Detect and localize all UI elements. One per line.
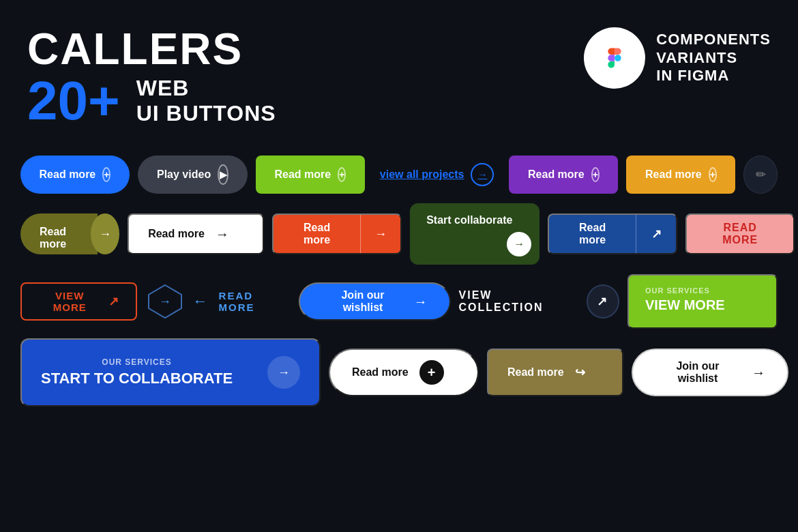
arrow-right-icon-3: → (361, 227, 400, 241)
start-collaborate-services-button[interactable]: OUR SERVICES START TO COLLABORATE → (20, 338, 321, 407)
start-collaborate-main-label: START TO COLLABORATE (41, 370, 233, 387)
view-more-label: VIEW MORE (38, 290, 102, 313)
svg-text:→: → (159, 295, 171, 308)
arrow-circle-icon: → (507, 232, 531, 256)
our-services-sub-label: OUR SERVICES (41, 357, 233, 367)
read-more-white-outline-button[interactable]: Read more → (128, 213, 264, 254)
pencil-icon: ✏ (756, 167, 766, 182)
read-more-yellow-button[interactable]: Read more + (626, 156, 735, 194)
read-more-green-button[interactable]: Read more + (256, 156, 365, 194)
title-block: CALLERS 20+ WEB UI BUTTONS (27, 27, 276, 128)
read-more-dark-text-button[interactable]: ← READ MORE (193, 282, 291, 321)
plus-icon-1: + (102, 167, 110, 182)
read-more-label-4: Read more (645, 168, 702, 181)
our-services-sublabel: OUR SERVICES (645, 286, 710, 295)
read-more-label-2: Read more (274, 168, 331, 181)
start-collaborate-button[interactable]: Start collaborate → (410, 203, 540, 265)
figma-label-variants: VARIANTS (656, 49, 771, 67)
button-row-4: OUR SERVICES START TO COLLABORATE → Read… (20, 338, 778, 407)
read-more-label-12: Read more (507, 366, 564, 379)
join-wishlist-blue-button[interactable]: Join our wishlist → (299, 282, 451, 321)
view-more-main-label: VIEW MORE (645, 297, 725, 313)
read-more-olive-button[interactable]: Read more ↪ (487, 349, 623, 396)
arrow-right-icon-1: → (471, 163, 494, 186)
figma-label-components: COMPONENTS (656, 31, 771, 48)
plus-icon-2: + (338, 167, 346, 182)
join-wishlist-label-2: Join our wishlist (655, 360, 741, 385)
plus-icon-4: + (709, 167, 717, 182)
our-services-view-more-button[interactable]: OUR SERVICES VIEW MORE (627, 274, 778, 329)
button-row-1: Read more + Play video ▶ Read more + vie… (20, 156, 778, 194)
arrow-right-icon-5: → (414, 294, 428, 310)
join-wishlist-white-button[interactable]: Join our wishlist → (632, 349, 788, 396)
read-more-label-9: READ MORE (706, 222, 774, 246)
read-more-label-7: Read more (274, 222, 360, 246)
read-more-pink-button[interactable]: READ MORE (685, 213, 795, 254)
play-video-button[interactable]: Play video ▶ (138, 156, 248, 194)
arrow-circle-icon-2: ↗ (587, 284, 619, 319)
arrow-right-icon-2: → (216, 226, 229, 242)
arrow-right-icon-7: → (752, 365, 765, 381)
read-more-orange-sep-button[interactable]: Read more → (272, 213, 402, 254)
hexagon-icon: → (146, 282, 184, 321)
join-wishlist-label-1: Join our wishlist (322, 289, 404, 314)
view-all-label: view all projects (380, 168, 464, 181)
read-more-white-pill-button[interactable]: Read more + (329, 349, 479, 396)
read-more-label-10: READ MORE (219, 290, 291, 313)
read-more-label-3: Read more (528, 168, 585, 181)
play-icon: ▶ (218, 164, 228, 185)
hex-arrow-button[interactable]: → (145, 281, 185, 322)
title-buttons-label: UI BUTTONS (136, 101, 276, 126)
figma-label-infigma: IN FIGMA (656, 67, 771, 85)
title-web-block: WEB UI BUTTONS (136, 76, 276, 126)
view-more-red-outline-button[interactable]: VIEW MORE ↗ (20, 282, 137, 321)
figma-badge: COMPONENTS VARIANTS IN FIGMA (584, 27, 771, 89)
read-more-olive-combo[interactable]: Read more → (20, 213, 119, 254)
page-header: CALLERS 20+ WEB UI BUTTONS COMPONENTS VA… (0, 0, 798, 142)
figma-icon (597, 41, 632, 75)
plus-icon-3: + (591, 167, 600, 182)
arrow-right-icon-4: ↗ (636, 226, 676, 241)
arrow-right-icon-6: ↪ (575, 365, 585, 380)
title-web-label: WEB (136, 76, 276, 101)
arrow-diagonal-icon: ↗ (108, 294, 119, 309)
arrow-circle-icon-3: → (267, 356, 300, 389)
read-more-label-1: Read more (40, 168, 96, 181)
view-collection-label: VIEW COLLECTION (459, 289, 577, 314)
plus-circle-icon: + (419, 360, 444, 385)
read-more-label-5: Read more (40, 226, 66, 250)
title-number: 20+ (27, 74, 120, 128)
olive-rect-label: Read more (20, 213, 98, 254)
read-more-label-8: Read more (549, 222, 636, 246)
read-more-purple-button[interactable]: Read more + (509, 156, 618, 194)
play-video-label: Play video (157, 168, 211, 181)
read-more-blue-pill-button[interactable]: Read more + (20, 156, 130, 194)
olive-arrow-circle: → (91, 213, 119, 254)
view-collection-button[interactable]: VIEW COLLECTION ↗ (459, 282, 619, 321)
read-more-blue-sep-button[interactable]: Read more ↗ (548, 213, 677, 254)
start-collaborate-label: Start collaborate (426, 214, 512, 226)
dark-circle-button[interactable]: ✏ (743, 156, 778, 194)
buttons-section: Read more + Play video ▶ Read more + vie… (0, 142, 798, 407)
view-all-projects-link[interactable]: view all projects → (373, 156, 501, 194)
arrow-left-icon: ← (193, 293, 209, 310)
figma-text-block: COMPONENTS VARIANTS IN FIGMA (656, 31, 771, 85)
services-text-block: OUR SERVICES START TO COLLABORATE (41, 357, 233, 387)
arrow-diag-icon: ↗ (597, 294, 608, 309)
read-more-label-6: Read more (148, 228, 205, 240)
button-row-2: Read more → Read more → Read more → Star… (20, 203, 778, 265)
button-row-3: VIEW MORE ↗ → ← READ MORE Join our wishl… (20, 274, 778, 329)
read-more-label-11: Read more (352, 366, 409, 379)
title-callers: CALLERS (27, 27, 276, 71)
figma-logo-circle (584, 27, 645, 89)
